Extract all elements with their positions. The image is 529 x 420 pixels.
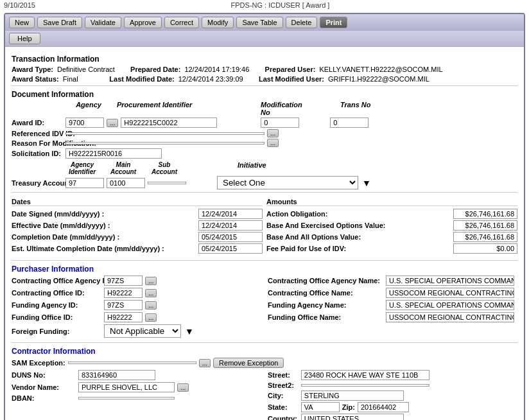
correct-button[interactable]: Correct [164,17,199,28]
effective-date-row: Effective Date (mm/dd/yyyy) : 12/24/2014 [12,220,263,231]
ref-idv-label: Referenced IDV ID: [12,130,63,137]
contractor-right: Street: 23480 ROCK HAVE WAY STE 110B Str… [268,370,517,420]
main-container: New Save Draft Validate Approve Correct … [4,13,525,420]
ref-idv-row: Referenced IDV ID: ... [12,129,517,137]
last-modified-user-value: GRIFFI1.H92222@SOCOM.MIL [328,75,429,83]
funding-agency-id-lookup[interactable]: ... [145,301,157,310]
page-title: FPDS-NG : ICDUSER [ Award ] [231,1,330,9]
vendor-row: Vendor Name: PURPLE SHOVEL, LLC ... [12,382,261,392]
prepared-user-value: KELLY.VANETT.H92222@SOCOM.MIL [319,66,442,73]
duns-label: DUNS No: [12,371,76,379]
vendor-field[interactable]: PURPLE SHOVEL, LLC [78,382,175,392]
trans-no-col-header: Trans No [340,101,370,109]
state-field[interactable]: VA [301,402,340,412]
contracting-agency-name-row: Contracting Office Agency Name: U.S. SPE… [268,276,517,286]
ref-idv-field[interactable] [65,132,264,135]
ultimate-date-field[interactable]: 05/24/2015 [198,243,263,254]
prepared-date-value: 12/24/2014 17:19:46 [184,66,249,73]
prepared-date-label: Prepared Date: [130,66,180,73]
funding-agency-name-label: Funding Agency Name: [268,301,383,309]
contracting-agency-id-field[interactable]: 97ZS [104,276,143,286]
contracting-agency-id-lookup[interactable]: ... [145,277,157,285]
action-obligation-row: Action Obligation: $26,746,161.68 [266,209,517,219]
contractor-section-title: Contractor Information [12,347,517,356]
award-status-label: Award Status: [12,75,59,83]
approve-button[interactable]: Approve [124,17,162,28]
document-section-title: Document Information [12,90,517,99]
duns-field[interactable]: 833164960 [78,370,155,380]
save-table-button[interactable]: Save Table [236,17,282,28]
date-signed-field[interactable]: 12/24/2014 [198,209,263,219]
transaction-row-2: Award Status: Final Last Modified Date: … [12,75,517,83]
reason-mod-row: Reason For Modification: ... [12,139,517,147]
street2-field[interactable] [301,384,429,387]
new-button[interactable]: New [9,17,35,28]
base-all-value[interactable]: $26,746,161.68 [453,232,517,242]
procurement-id-col-header: Procurement Identifier [117,101,192,109]
agency-field[interactable]: 9700 [65,118,104,128]
city-field[interactable]: STERLING [301,390,404,401]
contractor-left: DUNS No: 833164960 Vendor Name: PURPLE S… [12,370,261,420]
fee-value[interactable]: $0.00 [453,243,517,254]
save-draft-button[interactable]: Save Draft [37,17,82,28]
solicitation-field[interactable]: H9222215R0016 [65,148,162,159]
contracting-agency-name-value: U.S. SPECIAL OPERATIONS COMMAND [386,276,514,286]
purchaser-right: Contracting Office Agency Name: U.S. SPE… [268,276,517,340]
procurement-id-field[interactable]: H9222215C0022 [121,118,217,128]
agency-lookup-button[interactable]: ... [107,119,118,127]
print-button[interactable]: Print [320,17,347,28]
remove-exception-button[interactable]: Remove Exception [213,358,284,368]
ref-idv-lookup-button[interactable]: ... [267,129,279,137]
ultimate-date-row: Est. Ultimate Completion Date (mm/dd/yyy… [12,243,263,254]
funding-office-id-lookup[interactable]: ... [145,313,157,322]
award-id-row: Award ID: 9700 ... H9222215C0022 0 0 [12,118,517,128]
base-exercised-value[interactable]: $26,746,161.68 [453,220,517,231]
vendor-lookup[interactable]: ... [177,383,189,392]
funding-office-name-label: Funding Office Name: [268,313,383,321]
country-label: Country: [268,415,297,420]
foreign-funding-select[interactable]: Not Applicable [104,324,181,338]
funding-agency-id-row: Funding Agency ID: 97ZS ... [12,300,261,310]
dban-field[interactable] [78,397,175,399]
funding-agency-id-field[interactable]: 97ZS [104,300,143,310]
completion-date-label: Completion Date (mm/dd/yyyy) : [12,233,119,241]
treasury-sub-field[interactable] [148,182,186,184]
effective-date-field[interactable]: 12/24/2014 [198,220,263,231]
street-field[interactable]: 23480 ROCK HAVE WAY STE 110B [301,370,429,380]
mod-no-field[interactable]: 0 [261,118,299,128]
top-bar: 9/10/2015 FPDS-NG : ICDUSER [ Award ] [0,0,529,10]
address-grid: Street: 23480 ROCK HAVE WAY STE 110B Str… [268,370,517,420]
base-all-row: Base And All Options Value: $26,746,161.… [266,232,517,242]
main-account-subheader: MainAccount [104,161,143,175]
contracting-office-name-row: Contracting Office Name: USSOCOM REGIONA… [268,288,517,298]
trans-no-field[interactable]: 0 [330,118,369,128]
help-row: Help [5,31,524,47]
base-exercised-label: Base And Exercised Options Value: [266,222,385,229]
action-obligation-value[interactable]: $26,746,161.68 [453,209,517,219]
initiative-select[interactable]: Select One [217,176,358,189]
contracting-agency-name-label: Contracting Office Agency Name: [268,277,383,284]
zip-field[interactable]: 201664402 [358,402,409,412]
reason-mod-field[interactable] [65,142,264,144]
help-button[interactable]: Help [9,33,40,44]
solicitation-label: Solicitation ID: [12,150,63,157]
sam-exception-field[interactable] [68,362,196,364]
country-field[interactable]: UNITED STATES [301,414,404,420]
completion-date-field[interactable]: 05/24/2015 [198,232,263,242]
fee-label: Fee Paid for Use of IDV: [266,245,346,252]
transaction-section-title: Transaction Information [12,55,517,64]
vendor-label: Vendor Name: [12,383,76,391]
sam-exception-lookup[interactable]: ... [199,359,211,367]
base-exercised-row: Base And Exercised Options Value: $26,74… [266,220,517,231]
delete-button[interactable]: Delete [286,17,318,28]
modify-button[interactable]: Modify [202,17,234,28]
sam-exception-label: SAM Exception: [12,359,65,367]
reason-mod-lookup-button[interactable]: ... [267,139,279,147]
treasury-agency-field[interactable]: 97 [65,178,104,188]
contracting-office-id-field[interactable]: H92222 [104,288,143,298]
validate-button[interactable]: Validate [85,17,121,28]
treasury-main-field[interactable]: 0100 [107,178,145,188]
mod-no-col-header: Modification No [261,101,302,116]
funding-office-id-field[interactable]: H92222 [104,312,143,322]
contracting-office-id-lookup[interactable]: ... [145,289,157,297]
